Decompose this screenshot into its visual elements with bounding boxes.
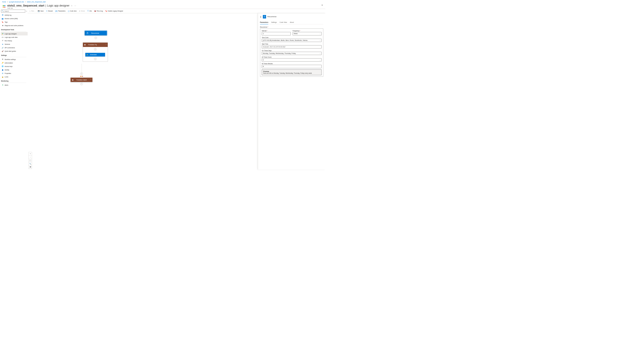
chevron-up-icon[interactable]: ⌃ — [106, 44, 108, 45]
interval-input[interactable] — [263, 33, 290, 34]
search-canvas-button[interactable]: 🔍 — [29, 162, 32, 165]
toolbar-legacy-button[interactable]: 🔖 Enable Legacy Designer — [105, 10, 123, 12]
add-step-button[interactable]: + — [80, 82, 83, 85]
breadcrumb-rg[interactable]: rg-mgmt-showroom-dev — [9, 1, 24, 2]
pin-button[interactable]: ☆ — [70, 4, 73, 7]
starttime-input[interactable] — [263, 46, 320, 48]
page-title-resource: ststv2_vms_Sequenced_start — [7, 4, 44, 7]
svg-rect-2 — [3, 7, 4, 7]
close-blade-button[interactable]: ✕ — [321, 4, 323, 6]
sidebar-item-properties[interactable]: ☰ Properties — [1, 72, 28, 75]
days-select[interactable]: Monday, Tuesday, Wednesday, Thursday, Fr… — [262, 52, 322, 55]
bug-icon: 🐞 — [94, 10, 96, 12]
sidebar-item-tags[interactable]: 🔖 Tags — [1, 20, 28, 24]
frequency-select[interactable]: Week ⌄ — [293, 32, 322, 35]
select-value: Monday, Tuesday, Wednesday, Thursday, Fr… — [263, 53, 296, 54]
sidebar-item-alerts[interactable]: ⧉ Alerts — [1, 83, 28, 87]
sidebar-item-versions[interactable]: 🗎 Versions — [1, 43, 28, 46]
svg-rect-3 — [4, 7, 5, 7]
sidebar-item-quickstart[interactable]: 🚀 Quick start guides — [1, 49, 28, 53]
add-step-button[interactable]: + — [94, 58, 96, 60]
tab-about[interactable]: About — [290, 21, 294, 24]
sidebar-section-settings: Settings — [1, 53, 28, 57]
toolbar-info-button[interactable]: ⓘ Info — [87, 10, 92, 12]
node-recurrence[interactable]: Recurrence — [85, 31, 107, 35]
identity-icon: 👤 — [2, 69, 4, 71]
select-value: 6 — [263, 59, 264, 61]
sidebar-item-designer[interactable]: Logic app designer — [1, 32, 28, 35]
breadcrumb-resource[interactable]: ststv2_vms_Sequenced_start — [27, 1, 46, 2]
toolbar: ▷ Run ⌄ 💾 Save ✕ Discard [@] Parameters … — [28, 9, 325, 13]
preview-text: Runs at 6:00 on Monday, Tuesday, Wednesd… — [263, 72, 320, 74]
toolbar-codeview-button[interactable]: { } Code view — [68, 10, 76, 12]
save-icon: 💾 — [38, 10, 40, 12]
sidebar-item-label: Access control (IAM) — [4, 18, 18, 19]
scope-function-try[interactable]: ▣ Function-Try ⌃ + ⚡ Scheduled + — [83, 42, 108, 62]
sidebar-item-code-view[interactable]: </> Logic app code view — [1, 35, 28, 39]
starttime-input-wrapper[interactable] — [262, 45, 322, 48]
minimap-button[interactable]: 🗺 — [29, 165, 32, 168]
add-step-button[interactable]: + — [94, 36, 97, 39]
toolbar-parameters-button[interactable]: [@] Parameters — [55, 10, 66, 12]
chevron-down-icon: ⌄ — [320, 59, 320, 61]
toolbar-save-button[interactable]: 💾 Save — [38, 10, 44, 12]
sidebar-item-label: API connections — [4, 47, 15, 48]
timezone-select[interactable]: (UTC+01:00) Amsterdam, Berlin, Bern, Rom… — [262, 39, 322, 42]
toolbar-label: Enable Legacy Designer — [108, 10, 123, 12]
sidebar-item-label: Alerts — [4, 84, 8, 86]
hours-select[interactable]: 6 ⌄ — [262, 58, 322, 61]
toolbar-run-button[interactable]: ▷ Run ⌄ — [30, 10, 36, 12]
breadcrumb: Home > rg-mgmt-showroom-dev > ststv2_vms… — [0, 0, 325, 4]
designer-canvas[interactable]: Recurrence + ▣ Function-Try ⌃ + ⚡ Schedu… — [28, 13, 325, 170]
zoom-out-button[interactable]: － — [29, 155, 32, 159]
zoom-in-button[interactable]: ＋ — [29, 152, 32, 155]
node-function-catch[interactable]: ▣ Function-Catch ⌃ — [70, 78, 92, 82]
chevron-down-icon: ⌄ — [320, 53, 320, 54]
sidebar-search[interactable]: 🔍 — [1, 9, 25, 12]
sidebar-item-access-keys[interactable]: 🌐 Access keys — [1, 64, 28, 68]
error-icon: ⊘ — [79, 10, 80, 12]
sidebar-item-locks[interactable]: 🔒 Locks — [1, 75, 28, 79]
toolbar-discard-button[interactable]: ✕ Discard — [46, 10, 53, 12]
svg-rect-1 — [4, 5, 5, 6]
interval-input-wrapper[interactable] — [262, 32, 291, 35]
breadcrumb-home[interactable]: Home — [2, 1, 6, 2]
logic-app-icon — [2, 4, 6, 8]
field-label-frequency: Frequency * — [293, 30, 322, 31]
tab-parameters[interactable]: Parameters — [260, 21, 268, 24]
svg-rect-7 — [3, 33, 4, 34]
sidebar-item-activity-log[interactable]: ▤ Activity log — [1, 13, 28, 17]
fit-screen-button[interactable]: ⛶ — [29, 159, 32, 162]
toolbar-bug-button[interactable]: 🐞 File a bug — [94, 10, 103, 12]
sidebar-item-identity[interactable]: 👤 Identity — [1, 68, 28, 72]
bookmark-icon: 🔖 — [105, 10, 107, 12]
sidebar-collapse-button[interactable]: « — [26, 10, 28, 12]
toolbar-label: Discard — [48, 10, 53, 12]
more-button[interactable]: ⋯ — [74, 4, 76, 7]
add-step-button[interactable]: + — [94, 48, 96, 51]
toolbar-label: Errors — [81, 10, 85, 12]
wrench-icon: 🛠 — [2, 25, 4, 26]
sidebar-item-iam[interactable]: 👥 Access control (IAM) — [1, 17, 28, 20]
tab-settings[interactable]: Settings — [271, 21, 277, 24]
select-value: Week — [294, 33, 298, 34]
sidebar-item-workflow-settings[interactable]: ⚙ Workflow settings — [1, 58, 28, 61]
sidebar-item-run-history[interactable]: ↺ Run History — [1, 39, 28, 42]
sidebar-item-label: Logic app designer — [4, 33, 16, 34]
sidebar-item-label: Logic app code view — [4, 36, 18, 38]
sidebar-item-diagnose[interactable]: 🛠 Diagnose and solve problems — [1, 24, 28, 27]
sidebar-search-input[interactable] — [4, 10, 24, 12]
panel-collapse-button[interactable]: ❯ — [260, 16, 262, 18]
sidebar-item-label: Access keys — [4, 66, 12, 67]
minutes-input-wrapper[interactable] — [262, 65, 322, 68]
sidebar-item-api-connections[interactable]: 🔗 API connections — [1, 46, 28, 49]
sidebar-item-label: Diagnose and solve problems — [4, 25, 23, 26]
tab-codeview[interactable]: Code View — [280, 21, 287, 24]
minutes-input[interactable] — [263, 66, 320, 67]
sidebar-item-authorization[interactable]: 🔑 Authorization — [1, 61, 28, 64]
node-scheduled[interactable]: ⚡ Scheduled — [85, 53, 105, 56]
chevron-up-icon[interactable]: ⌃ — [90, 79, 92, 80]
field-label-days: On These Days — [262, 50, 322, 51]
add-step-button[interactable]: + — [80, 72, 83, 75]
toolbar-errors-button[interactable]: ⊘ Errors — [79, 10, 85, 12]
